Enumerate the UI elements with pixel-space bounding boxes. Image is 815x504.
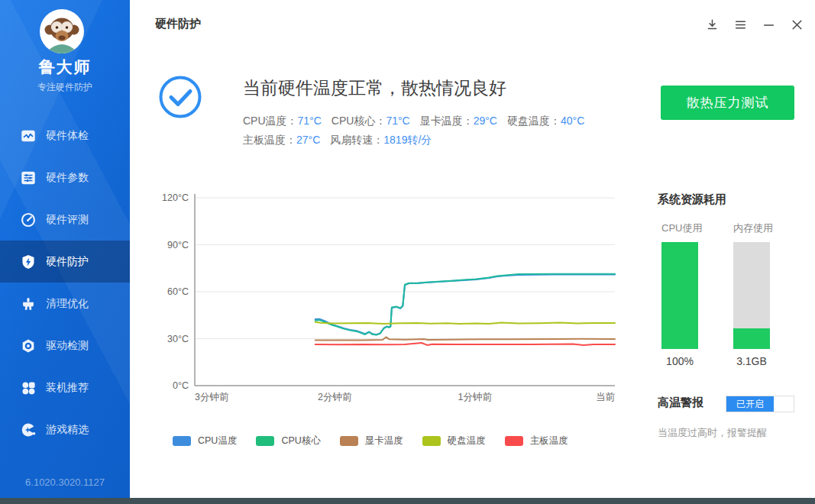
metric-value: 40°C	[561, 115, 584, 127]
legend-label: 显卡温度	[365, 435, 403, 447]
sidebar-item-label: 硬件评测	[46, 213, 89, 227]
alarm-description: 当温度过高时，报警提醒	[658, 426, 815, 440]
app-window: 鲁大师 专注硬件防护 硬件体检硬件参数硬件评测硬件防护清理优化驱动检测装机推荐游…	[0, 0, 815, 504]
metric: CPU核心：71°C	[331, 115, 410, 127]
chart-legend: CPU温度CPU核心显卡温度硬盘温度主板温度	[173, 435, 568, 447]
metric-value: 29°C	[474, 115, 497, 127]
metric-value: 1819转/分	[383, 134, 432, 146]
legend-swatch	[173, 436, 191, 446]
metric: CPU温度：71°C	[243, 115, 322, 127]
legend-label: 主板温度	[530, 435, 568, 447]
bar-track	[733, 242, 770, 349]
sidebar-item-label: 硬件防护	[46, 255, 89, 269]
menu-icon	[734, 18, 747, 34]
legend-item-显卡温度: 显卡温度	[340, 435, 403, 447]
resource-bar-内存使用: 内存使用3.1GB	[733, 221, 770, 367]
download-icon	[706, 18, 719, 34]
metric: 主板温度：27°C	[243, 134, 320, 146]
legend-swatch	[422, 436, 441, 446]
system-resources-panel: 系统资源耗用 CPU使用100%内存使用3.1GB	[658, 192, 810, 207]
legend-swatch	[505, 436, 523, 446]
legend-swatch	[256, 436, 274, 446]
legend-label: CPU核心	[281, 435, 320, 447]
heat-stress-test-button[interactable]: 散热压力测试	[661, 86, 794, 120]
svg-text:0°C: 0°C	[173, 380, 189, 391]
status-ok-check-icon	[158, 75, 202, 119]
alarm-toggle[interactable]: 已开启	[726, 396, 794, 412]
sidebar-item-装机推荐[interactable]: 装机推荐	[0, 367, 130, 409]
monitor-chart-icon	[20, 128, 37, 144]
sidebar: 鲁大师 专注硬件防护 硬件体检硬件参数硬件评测硬件防护清理优化驱动检测装机推荐游…	[0, 0, 130, 504]
brush-icon	[20, 296, 37, 312]
legend-item-CPU核心: CPU核心	[256, 435, 320, 447]
sliders-icon	[20, 170, 37, 186]
bar-fill	[733, 328, 770, 349]
page-title: 硬件防护	[155, 17, 201, 31]
sidebar-item-硬件评测[interactable]: 硬件评测	[0, 199, 130, 241]
metric-label: 风扇转速：	[330, 134, 383, 146]
download-button[interactable]	[704, 18, 720, 34]
sidebar-item-驱动检测[interactable]: 驱动检测	[0, 325, 130, 367]
metric: 硬盘温度：40°C	[507, 115, 584, 127]
app-logo-monkey-icon	[40, 9, 84, 53]
metric-label: 主板温度：	[243, 134, 296, 146]
game-icon	[20, 422, 37, 438]
svg-text:当前: 当前	[596, 392, 616, 402]
alarm-toggle-knob	[774, 396, 794, 412]
resources-title: 系统资源耗用	[658, 192, 810, 207]
sidebar-item-硬件参数[interactable]: 硬件参数	[0, 157, 130, 199]
high-temp-alarm-section: 高温警报 已开启 当温度过高时，报警提醒	[658, 396, 810, 410]
svg-text:30°C: 30°C	[167, 334, 189, 344]
bar-label: CPU使用	[661, 221, 698, 235]
four-dots-icon	[20, 380, 37, 396]
svg-text:2分钟前: 2分钟前	[318, 392, 352, 402]
sidebar-item-label: 硬件参数	[46, 171, 89, 185]
alarm-title: 高温警报	[658, 396, 703, 409]
sidebar-item-游戏精选[interactable]: 游戏精选	[0, 409, 130, 451]
temperature-metrics: CPU温度：71°CCPU核心：71°C显卡温度：29°C硬盘温度：40°C主板…	[243, 111, 667, 150]
svg-text:120°C: 120°C	[162, 192, 189, 203]
bar-value: 100%	[661, 355, 698, 367]
close-icon	[791, 18, 804, 34]
metric-label: CPU温度：	[243, 115, 298, 127]
minimize-icon	[762, 18, 775, 34]
metric-label: 硬盘温度：	[507, 115, 561, 127]
legend-label: 硬盘温度	[448, 435, 486, 447]
temperature-chart: 0°C30°C60°C90°C120°C3分钟前2分钟前1分钟前当前	[155, 188, 625, 411]
legend-swatch	[340, 436, 358, 446]
bar-label: 内存使用	[733, 221, 770, 235]
gauge-icon	[20, 212, 37, 228]
legend-item-主板温度: 主板温度	[505, 435, 568, 447]
metric-label: CPU核心：	[331, 115, 386, 127]
sidebar-item-硬件体检[interactable]: 硬件体检	[0, 115, 130, 157]
legend-label: CPU温度	[198, 435, 237, 447]
sidebar-item-label: 硬件体检	[46, 129, 89, 143]
app-tagline: 专注硬件防护	[0, 81, 130, 94]
sidebar-nav: 硬件体检硬件参数硬件评测硬件防护清理优化驱动检测装机推荐游戏精选	[0, 115, 130, 451]
bar-fill	[661, 242, 698, 349]
sidebar-item-硬件防护[interactable]: 硬件防护	[0, 241, 130, 283]
version-label: 6.1020.3020.1127	[0, 477, 130, 488]
sidebar-item-label: 清理优化	[46, 297, 89, 311]
bar-track	[661, 242, 698, 349]
sidebar-item-label: 游戏精选	[46, 423, 89, 437]
window-controls	[704, 18, 804, 34]
status-headline: 当前硬件温度正常，散热情况良好	[243, 76, 506, 100]
svg-text:60°C: 60°C	[167, 286, 189, 297]
metric-label: 显卡温度：	[420, 115, 474, 127]
close-button[interactable]	[789, 18, 804, 34]
legend-item-CPU温度: CPU温度	[173, 435, 237, 447]
resource-bar-CPU使用: CPU使用100%	[661, 221, 698, 367]
bar-value: 3.1GB	[733, 355, 770, 367]
shield-bolt-icon	[20, 254, 37, 270]
metric: 显卡温度：29°C	[420, 115, 497, 127]
minimize-button[interactable]	[761, 18, 776, 34]
sidebar-item-label: 装机推荐	[46, 381, 89, 395]
svg-text:1分钟前: 1分钟前	[458, 392, 492, 402]
sidebar-item-清理优化[interactable]: 清理优化	[0, 283, 130, 325]
svg-text:90°C: 90°C	[167, 240, 189, 250]
metric: 风扇转速：1819转/分	[330, 134, 432, 146]
metric-value: 71°C	[386, 115, 409, 127]
menu-button[interactable]	[733, 18, 748, 34]
nut-icon	[20, 338, 37, 354]
